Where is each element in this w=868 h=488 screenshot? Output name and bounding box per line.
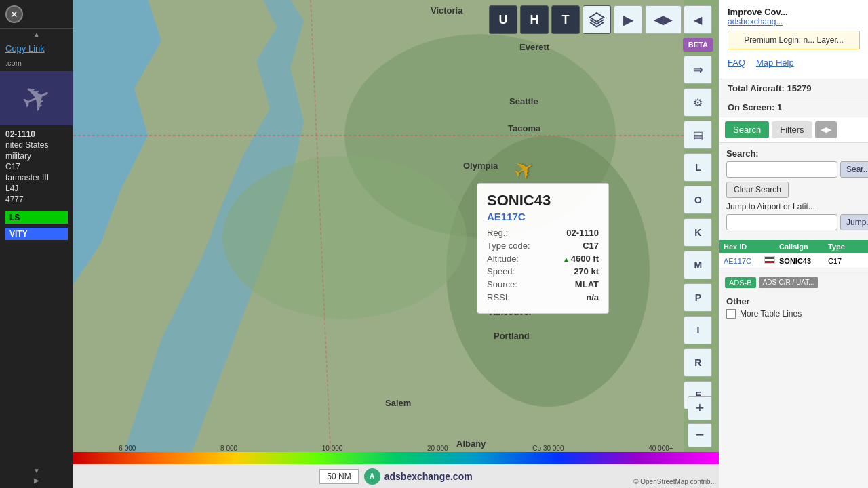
total-aircraft-label: Total Aircraft: (728, 83, 785, 94)
scroll-up[interactable]: ▲ (0, 29, 73, 39)
map-nav-right: ◀ BETA ⇒ ⚙ ▤ L O K M P I R F (683, 5, 713, 409)
th-hexid: Hex ID (724, 243, 763, 251)
r-button[interactable]: R (684, 348, 712, 377)
o-button[interactable]: O (684, 186, 712, 214)
scroll-bottom[interactable]: ▶ (0, 475, 73, 485)
zoom-in-button[interactable]: + (688, 396, 712, 420)
t-button[interactable]: T (551, 5, 580, 34)
zoom-out-button[interactable]: − (688, 423, 712, 447)
popup-typecode-label: Type code: (487, 241, 530, 251)
popup-source-value: MLAT (575, 279, 599, 289)
table-section: Hex ID Callsign Type AE117C SONIC43 C17 (719, 236, 868, 272)
osm-credit: © OpenStreetMap contrib... (633, 478, 716, 485)
search-section: Search: Sear... Clear Search Jump to Air… (719, 143, 868, 236)
login-button[interactable]: ⇒ (684, 56, 712, 84)
stats-button[interactable]: ▤ (684, 121, 712, 149)
sidebar-name: tarmaster III (5, 173, 68, 182)
sidebar-hex: 4777 (5, 195, 68, 204)
adsb-tag[interactable]: ADS-B (725, 277, 756, 288)
double-arrow-button[interactable]: ◀▶ (645, 5, 682, 34)
copy-link-button[interactable]: Copy Link (0, 39, 73, 58)
jump-input[interactable] (726, 214, 837, 230)
td-type: C17 (828, 257, 852, 265)
popup-speed-row: Speed: 270 kt (487, 266, 599, 277)
p-button[interactable]: P (684, 283, 712, 312)
sidebar-category: military (5, 151, 68, 161)
scale-40000: 40 000+ (648, 445, 673, 452)
scale-labels: 6 000 8 000 10 000 20 000 Co 30 000 40 0… (73, 445, 719, 452)
i-button[interactable]: I (684, 316, 712, 344)
td-callsign: SONIC43 (779, 257, 827, 265)
search-input[interactable] (726, 161, 837, 178)
table-row[interactable]: AE117C SONIC43 C17 (719, 253, 868, 268)
l-button[interactable]: L (684, 153, 712, 182)
other-label: Other (726, 296, 861, 306)
jump-row: Jump... (726, 214, 861, 230)
faq-link[interactable]: FAQ (728, 58, 745, 68)
color-scale (73, 452, 719, 464)
map-help-link[interactable]: Map Help (756, 58, 794, 68)
m-button[interactable]: M (684, 251, 712, 279)
h-button[interactable]: H (520, 5, 549, 34)
scale-30000: Co 30 000 (532, 445, 564, 452)
search-tab[interactable]: Search (725, 121, 769, 138)
other-tab-button[interactable]: ◀▶ (815, 121, 837, 138)
popup-rssi-label: RSSI: (487, 292, 510, 302)
right-links: FAQ Map Help (728, 54, 860, 72)
close-button[interactable]: ✕ (5, 5, 23, 23)
beta-button[interactable]: BETA (683, 38, 713, 52)
svg-point-3 (222, 156, 467, 319)
settings-button[interactable]: ⚙ (684, 88, 712, 117)
adsb-row: ADS-B ADS-C/R / UAT... (719, 272, 868, 292)
next-arrow-button[interactable]: ▶ (614, 5, 642, 34)
jump-button[interactable]: Jump... (840, 214, 868, 230)
sidebar-label-vity: VITY (5, 228, 68, 240)
popup-typecode-value: C17 (583, 241, 599, 251)
right-top: Improve Cov... adsbexchang... Premium Lo… (719, 0, 868, 79)
back-button[interactable]: ◀ (684, 5, 712, 34)
popup-rssi-value: n/a (586, 292, 599, 302)
u-button[interactable]: U (489, 5, 517, 34)
adsbx-link[interactable]: adsbexchang... (728, 17, 860, 26)
total-aircraft-row: Total Aircraft: 15279 (719, 79, 868, 98)
layers-button[interactable] (583, 5, 611, 34)
jump-label: Jump to Airport or Latit... (726, 202, 861, 211)
k-button[interactable]: K (684, 218, 712, 247)
nm-scale: 50 NM (319, 469, 358, 484)
popup-reg-value: 02-1110 (566, 228, 599, 238)
th-type: Type (828, 243, 852, 251)
more-lines-checkbox[interactable] (726, 309, 736, 319)
popup-altitude-label: Altitude: (487, 253, 519, 264)
td-hexid: AE117C (724, 257, 763, 265)
adsbx-icon: A (364, 468, 380, 485)
adsbx-text: adsbexchange.com (384, 471, 473, 482)
zoom-controls: + − (688, 396, 712, 447)
more-lines-label: More Table Lines (740, 309, 802, 319)
popup-altitude-value: ▲4600 ft (563, 253, 599, 264)
td-flag (764, 256, 778, 265)
tab-row: Search Filters ◀▶ (719, 117, 868, 143)
popup-speed-value: 270 kt (574, 266, 599, 277)
th-flag (764, 243, 778, 251)
on-screen-value: 1 (777, 102, 782, 113)
sidebar-type: C17 (5, 162, 68, 171)
aircraft-popup: SONIC43 AE117C Reg.: 02-1110 Type code: … (477, 183, 609, 314)
table-header: Hex ID Callsign Type (719, 240, 868, 253)
search-go-button[interactable]: Sear... (840, 161, 868, 178)
right-panel: Improve Cov... adsbexchang... Premium Lo… (719, 0, 868, 488)
scroll-down[interactable]: ▼ (0, 466, 73, 476)
popup-rssi-row: RSSI: n/a (487, 292, 599, 302)
sidebar-info: 02-1110 nited States military C17 tarmas… (0, 125, 73, 209)
adsbx-logo: A adsbexchange.com (364, 468, 473, 485)
aircraft-thumbnail: ✈ (0, 71, 73, 125)
popup-source-row: Source: MLAT (487, 279, 599, 289)
improve-coverage-text: Improve Cov... (728, 7, 860, 17)
map-area[interactable]: Victoria Everett Seattle Tacoma Olympia … (73, 0, 719, 488)
adsb-c-tag[interactable]: ADS-C/R / UAT... (759, 277, 818, 288)
map-svg (73, 0, 719, 488)
filters-tab[interactable]: Filters (772, 121, 812, 138)
scale-10000: 10 000 (322, 445, 343, 452)
sidebar-icao: L4J (5, 184, 68, 193)
clear-search-button[interactable]: Clear Search (726, 182, 789, 198)
premium-login-text: Premium Login: n... Layer... (728, 30, 860, 49)
